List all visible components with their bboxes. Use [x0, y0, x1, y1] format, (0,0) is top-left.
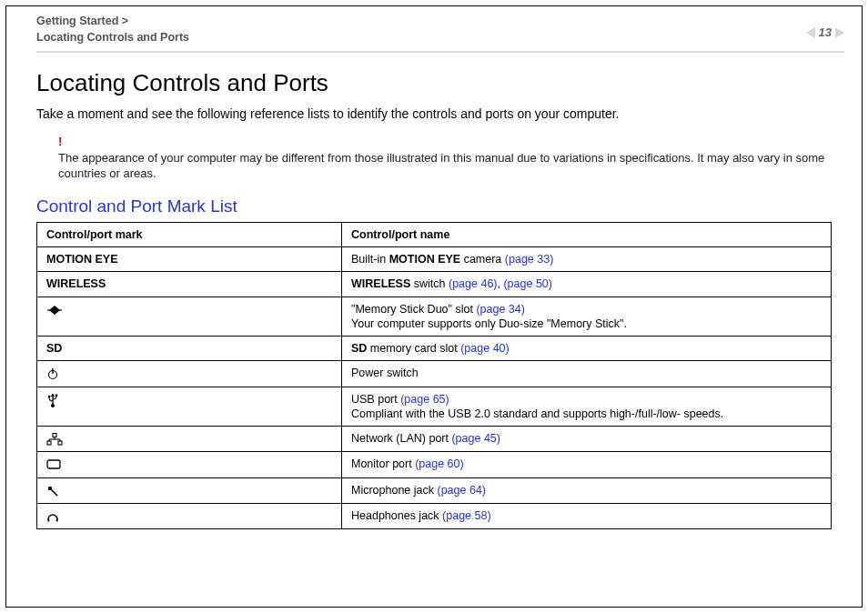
page-border: [5, 5, 863, 608]
